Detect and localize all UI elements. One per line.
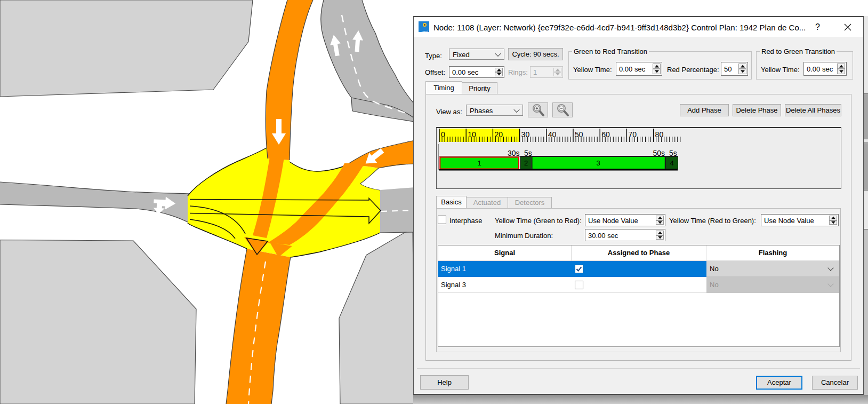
svg-text:30: 30	[521, 130, 530, 139]
svg-text:20: 20	[494, 130, 503, 139]
svg-text:0: 0	[441, 130, 445, 139]
svg-text:3: 3	[596, 159, 600, 167]
svg-text:60: 60	[601, 130, 610, 139]
svg-text:70: 70	[628, 130, 637, 139]
svg-text:4: 4	[670, 159, 673, 167]
svg-text:80: 80	[655, 130, 664, 139]
svg-text:1: 1	[477, 159, 481, 167]
svg-text:2: 2	[524, 159, 528, 167]
svg-text:10: 10	[468, 130, 476, 139]
svg-text:50: 50	[575, 130, 583, 139]
svg-text:40: 40	[548, 130, 557, 139]
